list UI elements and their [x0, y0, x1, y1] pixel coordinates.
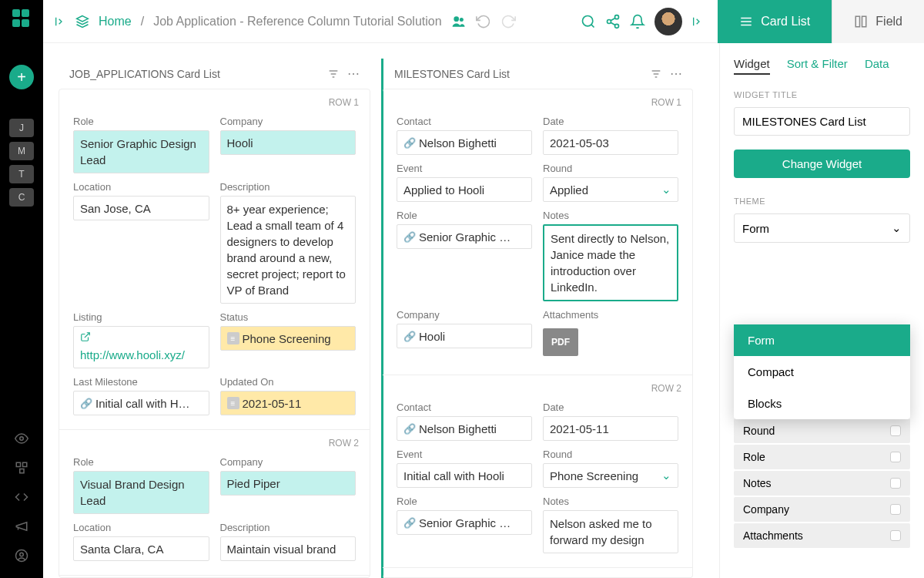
field-value-role[interactable]: Senior Graphic Design Lead: [73, 130, 209, 173]
theme-select[interactable]: Form ⌄: [734, 213, 910, 243]
svg-rect-3: [20, 469, 24, 473]
panel-tab-data[interactable]: Data: [865, 57, 889, 75]
field-label-company: Company: [397, 309, 532, 321]
field-value-role[interactable]: Visual Brand Design Lead: [73, 471, 209, 514]
avatar[interactable]: [654, 8, 682, 35]
field-value-notes[interactable]: Nelson asked me to forward my design: [543, 510, 678, 553]
field-value-contact[interactable]: 🔗Nelson Bighetti: [397, 416, 532, 441]
field-value-location[interactable]: San Jose, CA: [73, 196, 209, 220]
filter-icon[interactable]: [650, 68, 662, 80]
listing-link[interactable]: http://www.hooli.xyz/: [80, 347, 185, 363]
undo-icon[interactable]: [476, 14, 491, 29]
svg-line-26: [85, 333, 89, 338]
list-title: MILESTONES Card List: [394, 68, 642, 80]
search-icon[interactable]: [581, 14, 596, 29]
announce-icon[interactable]: [15, 519, 28, 533]
rail-item-m[interactable]: M: [9, 142, 34, 160]
more-icon[interactable]: ⋯: [347, 66, 360, 81]
card-row[interactable]: Contact 🔗Nelson Bighetti Date 2021-05-11…: [383, 397, 692, 568]
field-value-notes[interactable]: Sent directly to Nelson, Janice made the…: [543, 224, 678, 301]
change-widget-button[interactable]: Change Widget: [734, 150, 910, 178]
field-value-contact[interactable]: 🔗Nelson Bighetti: [397, 130, 532, 155]
bell-icon[interactable]: [630, 14, 645, 29]
field-value-event[interactable]: Applied to Hooli: [397, 177, 532, 202]
field-label-attachments: Attachments: [543, 309, 678, 321]
field-toggle-notes[interactable]: Notes: [734, 471, 910, 496]
panel-tab-widget[interactable]: Widget: [734, 57, 770, 75]
share-icon[interactable]: [605, 14, 621, 29]
tag-icon: ≡: [227, 332, 239, 344]
people-icon[interactable]: [451, 14, 467, 29]
field-value-date[interactable]: 2021-05-11: [543, 416, 678, 441]
collapse-right-icon[interactable]: [691, 15, 704, 28]
field-value-description[interactable]: Maintain visual brand: [220, 536, 357, 561]
code-icon[interactable]: [15, 490, 28, 504]
svg-point-0: [20, 437, 24, 441]
rail-item-c[interactable]: C: [9, 188, 34, 207]
field-value-company[interactable]: Hooli: [220, 130, 357, 155]
card-row[interactable]: Role Visual Brand Design Lead Company Pi…: [59, 452, 370, 576]
field-label-contact: Contact: [397, 116, 532, 127]
toggle-switch[interactable]: [890, 452, 901, 462]
field-value-listing[interactable]: http://www.hooli.xyz/: [73, 326, 209, 368]
field-value-round[interactable]: Phone Screening⌄: [543, 463, 678, 488]
field-label-date: Date: [543, 116, 678, 127]
collapse-left-icon[interactable]: [54, 15, 66, 28]
field-value-event[interactable]: Initial call with Hooli: [397, 463, 532, 488]
field-value-last-milestone[interactable]: 🔗 Initial call with H…: [73, 391, 209, 415]
field-label-notes: Notes: [543, 210, 678, 221]
toggle-switch[interactable]: [890, 530, 901, 541]
field-icon: [854, 15, 868, 29]
topbar: Home / Job Application - Reference Colum…: [43, 0, 924, 43]
row-label: ROW 2: [383, 375, 692, 397]
filter-icon[interactable]: [327, 68, 340, 80]
field-toggle-company[interactable]: Company: [734, 497, 910, 522]
job-applications-list: JOB_APPLICATIONS Card List ⋯ ROW 1 Role …: [59, 59, 370, 578]
field-value-location[interactable]: Santa Clara, CA: [73, 536, 209, 561]
field-value-round[interactable]: Applied⌄: [543, 177, 678, 202]
add-button[interactable]: +: [9, 65, 34, 89]
field-toggle-attachments[interactable]: Attachments: [734, 523, 910, 548]
left-rail: + J M T C: [0, 0, 43, 578]
field-value-attachments[interactable]: PDF: [543, 324, 678, 361]
rail-item-j[interactable]: J: [9, 119, 34, 137]
tab-card-list[interactable]: Card List: [718, 0, 832, 43]
breadcrumb-home[interactable]: Home: [99, 15, 132, 29]
card-row[interactable]: Role Senior Graphic Design Lead Company …: [59, 111, 370, 430]
panel-tabs: Widget Sort & Filter Data: [734, 57, 910, 75]
theme-option-form[interactable]: Form: [734, 324, 910, 356]
field-value-updated-on[interactable]: ≡ 2021-05-11: [220, 391, 357, 415]
user-icon[interactable]: [15, 549, 28, 563]
field-value-company[interactable]: 🔗Hooli: [397, 324, 532, 348]
field-toggle-round[interactable]: Round: [734, 418, 910, 443]
tab-field[interactable]: Field: [832, 0, 924, 43]
theme-option-blocks[interactable]: Blocks: [734, 388, 910, 419]
panel-tab-sort-filter[interactable]: Sort & Filter: [787, 57, 848, 75]
card-lists: JOB_APPLICATIONS Card List ⋯ ROW 1 Role …: [43, 43, 719, 578]
field-value-status[interactable]: ≡ Phone Screening: [220, 326, 357, 351]
rail-item-t[interactable]: T: [9, 165, 34, 183]
field-value-company[interactable]: Pied Piper: [220, 471, 357, 496]
field-toggle-role[interactable]: Role: [734, 445, 910, 469]
stack-icon[interactable]: [75, 15, 89, 29]
pdf-attachment[interactable]: PDF: [543, 328, 578, 356]
widget-title-input[interactable]: [734, 107, 910, 136]
field-value-date[interactable]: 2021-05-03: [543, 130, 678, 155]
card-row[interactable]: Contact 🔗Nelson Bighetti Date 2021-05-03…: [383, 111, 692, 375]
eye-icon[interactable]: [15, 432, 28, 445]
tab-field-label: Field: [875, 15, 902, 29]
svg-line-15: [611, 22, 615, 25]
field-value-role[interactable]: 🔗Senior Graphic …: [397, 510, 532, 535]
toggle-switch[interactable]: [890, 504, 901, 515]
svg-rect-21: [856, 16, 860, 27]
redo-icon[interactable]: [500, 14, 516, 29]
toggle-switch[interactable]: [890, 478, 901, 489]
theme-option-compact[interactable]: Compact: [734, 356, 910, 388]
field-value-role[interactable]: 🔗Senior Graphic …: [397, 224, 532, 249]
field-label-location: Location: [73, 522, 209, 533]
field-value-description[interactable]: 8+ year experience; Lead a small team of…: [220, 196, 357, 304]
more-icon[interactable]: ⋯: [670, 66, 682, 81]
layout-icon[interactable]: [15, 461, 28, 475]
main-column: Home / Job Application - Reference Colum…: [43, 0, 924, 578]
toggle-switch[interactable]: [890, 425, 901, 436]
